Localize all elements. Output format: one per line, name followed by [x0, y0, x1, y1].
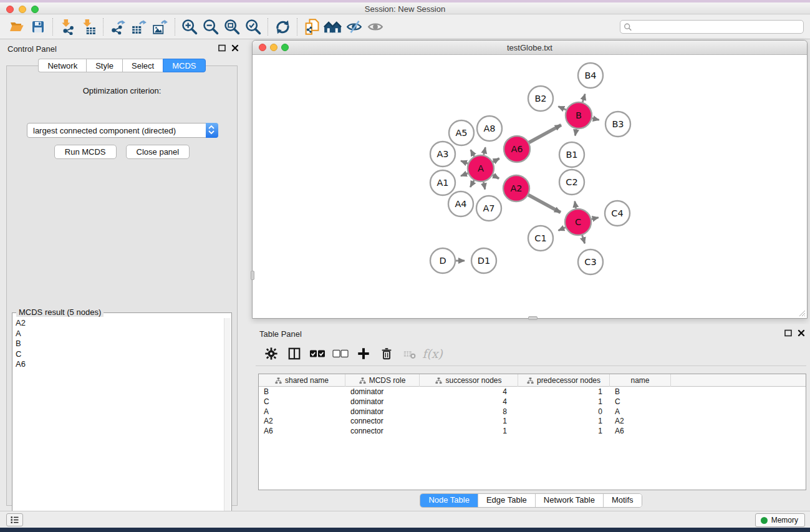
node-D[interactable]: D — [430, 248, 455, 273]
table-cell[interactable]: A6 — [610, 426, 671, 437]
node-A7[interactable]: A7 — [476, 196, 501, 221]
task-history-button[interactable] — [6, 513, 23, 526]
node-A1[interactable]: A1 — [430, 170, 455, 195]
table-cell[interactable]: 1 — [420, 426, 518, 437]
close-panel-button[interactable]: Close panel — [126, 145, 190, 159]
network-graph-canvas[interactable]: B4B2BB3A5A8A6B1A3AA1C2A2A4A7C4CC1C3DD1 — [253, 56, 806, 318]
node-B2[interactable]: B2 — [528, 86, 553, 111]
search-field[interactable] — [620, 20, 804, 34]
table-row[interactable]: A2connector11A2 — [259, 416, 806, 426]
table-row[interactable]: Adominator80A — [259, 407, 806, 417]
run-mcds-button[interactable]: Run MCDS — [54, 145, 117, 159]
split-columns-icon[interactable] — [284, 344, 304, 364]
edge-A-A6[interactable] — [493, 158, 499, 162]
network-window-titlebar[interactable]: testGlobe.txt — [253, 41, 807, 55]
node-B[interactable]: B — [566, 102, 592, 128]
node-A6[interactable]: A6 — [504, 136, 530, 162]
node-C2[interactable]: C2 — [559, 170, 584, 195]
column-header-shared-name[interactable]: shared name — [259, 374, 345, 387]
settings-icon[interactable] — [261, 344, 281, 364]
result-list-item[interactable]: B — [16, 339, 224, 349]
node-B4[interactable]: B4 — [578, 63, 603, 88]
edge-A2-C[interactable] — [528, 195, 561, 213]
float-panel-icon[interactable] — [218, 44, 226, 52]
show-all-icon[interactable] — [365, 17, 386, 36]
edge-C-C4[interactable] — [591, 218, 598, 220]
splitter-handle-bottom[interactable] — [528, 316, 538, 320]
result-list-item[interactable]: A — [16, 329, 224, 339]
node-B1[interactable]: B1 — [559, 142, 584, 167]
table-body[interactable]: Bdominator41BCdominator41CAdominator80AA… — [259, 387, 806, 436]
node-table[interactable]: shared name MCDS role successor nodes pr… — [258, 374, 806, 490]
close-table-panel-icon[interactable] — [798, 329, 805, 337]
deselect-all-rows-icon[interactable] — [330, 344, 350, 364]
node-C3[interactable]: C3 — [578, 249, 603, 274]
tab-network-table[interactable]: Network Table — [536, 494, 604, 507]
table-row[interactable]: Bdominator41B — [259, 387, 806, 397]
tab-edge-table[interactable]: Edge Table — [478, 494, 536, 507]
node-C4[interactable]: C4 — [605, 201, 630, 226]
node-A8[interactable]: A8 — [477, 116, 502, 141]
edge-A-A7[interactable] — [483, 182, 485, 190]
column-header-mcds-role[interactable]: MCDS role — [345, 374, 420, 387]
tab-select[interactable]: Select — [122, 59, 163, 72]
node-A2[interactable]: A2 — [503, 175, 529, 201]
import-table-icon[interactable] — [78, 17, 99, 36]
zoom-out-icon[interactable] — [200, 17, 221, 36]
tab-motifs[interactable]: Motifs — [604, 494, 642, 507]
edge-A-A4[interactable] — [470, 180, 474, 187]
column-header-predecessor-nodes[interactable]: predecessor nodes — [518, 374, 610, 387]
save-session-icon[interactable] — [27, 17, 49, 36]
close-panel-icon[interactable] — [231, 44, 239, 52]
node-C1[interactable]: C1 — [528, 226, 553, 251]
tab-mcds[interactable]: MCDS — [163, 59, 205, 72]
table-cell[interactable]: A6 — [259, 426, 345, 437]
tab-network[interactable]: Network — [38, 59, 86, 72]
edge-A6-B[interactable] — [529, 125, 561, 142]
function-builder-icon[interactable]: f(x) — [422, 344, 443, 364]
import-network-icon[interactable] — [57, 17, 78, 36]
refresh-icon[interactable] — [272, 17, 293, 36]
tab-style[interactable]: Style — [86, 59, 122, 72]
edge-A-A5[interactable] — [471, 150, 475, 156]
column-header-name[interactable]: name — [610, 374, 671, 387]
memory-button[interactable]: Memory — [755, 513, 805, 527]
result-list-item[interactable]: A2 — [16, 318, 224, 329]
open-file-icon[interactable] — [6, 17, 27, 36]
node-C[interactable]: C — [565, 209, 591, 235]
zoom-selected-icon[interactable] — [243, 17, 264, 36]
edge-A-A1[interactable] — [461, 173, 468, 176]
edge-C-C1[interactable] — [558, 228, 565, 231]
edge-C-C3[interactable] — [582, 235, 585, 243]
zoom-fit-icon[interactable] — [221, 17, 243, 36]
node-A3[interactable]: A3 — [430, 142, 455, 167]
float-table-panel-icon[interactable] — [784, 329, 792, 337]
edge-A-A2[interactable] — [493, 175, 499, 179]
edge-A-A8[interactable] — [484, 147, 486, 155]
hide-selected-icon[interactable] — [344, 17, 365, 36]
delete-table-icon[interactable] — [399, 344, 420, 364]
clone-network-icon[interactable] — [301, 17, 322, 36]
select-all-rows-icon[interactable] — [307, 344, 327, 364]
result-list-item[interactable]: A6 — [16, 359, 224, 370]
edge-B-B4[interactable] — [582, 94, 585, 102]
export-network-icon[interactable] — [107, 17, 128, 36]
edge-B-B1[interactable] — [575, 129, 576, 136]
table-cell[interactable]: 1 — [518, 426, 610, 437]
edge-C-C2[interactable] — [575, 201, 576, 209]
delete-column-icon[interactable] — [376, 344, 397, 364]
zoom-in-icon[interactable] — [179, 17, 200, 36]
criterion-dropdown[interactable]: largest connected component (directed) — [27, 123, 218, 138]
tab-node-table[interactable]: Node Table — [420, 494, 478, 507]
first-neighbors-icon[interactable] — [322, 17, 344, 36]
edge-B-B3[interactable] — [592, 118, 599, 120]
splitter-handle-left[interactable] — [251, 271, 254, 280]
node-B3[interactable]: B3 — [605, 112, 630, 137]
search-input[interactable] — [635, 21, 801, 32]
node-A[interactable]: A — [468, 155, 494, 181]
mcds-result-list[interactable]: A2ABCA6 — [13, 318, 224, 519]
result-scrollbar[interactable] — [224, 318, 231, 519]
node-A4[interactable]: A4 — [448, 191, 473, 216]
resize-grip-icon[interactable] — [797, 308, 806, 317]
add-column-icon[interactable] — [353, 344, 374, 364]
